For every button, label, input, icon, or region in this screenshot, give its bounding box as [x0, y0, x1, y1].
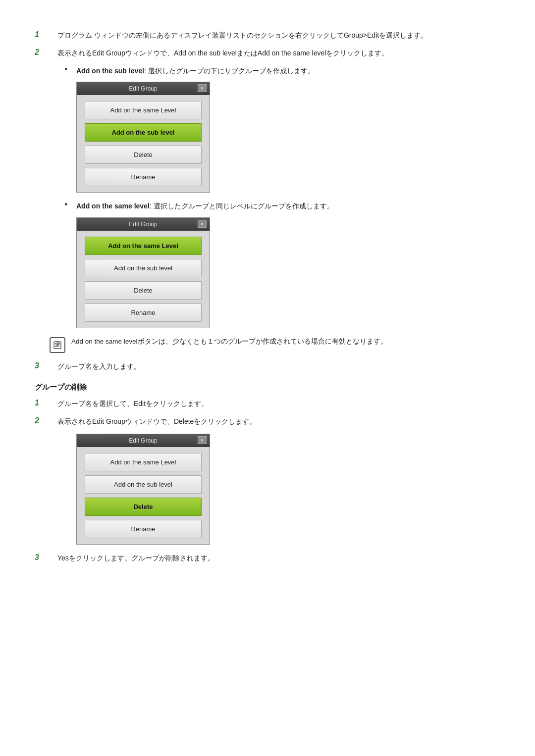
- add-same-level-btn-3[interactable]: Add on the same Level: [85, 453, 202, 471]
- dialog-box-1: Edit Group × Add on the same Level Add o…: [76, 82, 210, 193]
- dialog-title-3: Edit Group: [129, 437, 157, 444]
- dialog-close-btn-3[interactable]: ×: [198, 436, 207, 444]
- note-icon: [50, 337, 65, 353]
- dialog-titlebar-1: Edit Group ×: [77, 82, 210, 95]
- dialog-titlebar-3: Edit Group ×: [77, 434, 210, 447]
- bullet-dot-2: •: [64, 200, 76, 210]
- bullet-block-2: • Add on the same level: 選択したグループと同じレベルに…: [64, 201, 481, 328]
- step-1-text: プログラム ウィンドウの左側にあるディスプレイ装置リストのセクションを右クリック…: [57, 30, 481, 42]
- dialog-box-2: Edit Group × Add on the same Level Add o…: [76, 217, 210, 328]
- page-content: 1 プログラム ウィンドウの左側にあるディスプレイ装置リストのセクションを右クリ…: [35, 30, 481, 564]
- step-2: 2 表示されるEdit Groupウィンドウで、Add on the sub l…: [35, 48, 481, 59]
- dialog-titlebar-2: Edit Group ×: [77, 218, 210, 231]
- del-step-2-text: 表示されるEdit Groupウィンドウで、Deleteをクリックします。: [57, 416, 481, 428]
- dialog-title-1: Edit Group: [129, 85, 157, 92]
- note-text: Add on the same levelボタンは、少なくとも１つのグループが作…: [71, 336, 387, 348]
- del-step-3: 3 Yesをクリックします。グループが削除されます。: [35, 553, 481, 564]
- dialog-wrapper-1: Edit Group × Add on the same Level Add o…: [76, 82, 481, 193]
- step-3-text: グループ名を入力します。: [57, 361, 481, 373]
- dialog-box-3: Edit Group × Add on the same Level Add o…: [76, 434, 210, 545]
- delete-btn-3[interactable]: Delete: [85, 498, 202, 516]
- step-number-1: 1: [35, 30, 54, 39]
- dialog-body-2: Add on the same Level Add on the sub lev…: [77, 231, 210, 328]
- section-heading: グループの削除: [35, 383, 481, 392]
- bullet-item-2: • Add on the same level: 選択したグループと同じレベルに…: [64, 201, 481, 212]
- del-step-number-2: 2: [35, 416, 54, 425]
- del-step-1: 1 グループ名を選択して、Editをクリックします。: [35, 398, 481, 410]
- bullet-1-colon: : 選択したグループの下にサブグループを作成します。: [144, 67, 315, 75]
- del-step-1-text: グループ名を選択して、Editをクリックします。: [57, 398, 481, 410]
- delete-btn-1[interactable]: Delete: [85, 146, 202, 164]
- rename-btn-3[interactable]: Rename: [85, 520, 202, 538]
- dialog-wrapper-3: Edit Group × Add on the same Level Add o…: [76, 434, 481, 545]
- dialog-close-btn-1[interactable]: ×: [198, 84, 207, 92]
- bullet-1-text: Add on the sub level: 選択したグループの下にサブグループを…: [76, 65, 481, 77]
- add-same-level-btn-2[interactable]: Add on the same Level: [85, 237, 202, 255]
- rename-btn-1[interactable]: Rename: [85, 168, 202, 186]
- del-step-2: 2 表示されるEdit Groupウィンドウで、Deleteをクリックします。: [35, 416, 481, 428]
- step-3: 3 グループ名を入力します。: [35, 361, 481, 373]
- dialog-body-1: Add on the same Level Add on the sub lev…: [77, 95, 210, 192]
- del-step-3-text: Yesをクリックします。グループが削除されます。: [57, 553, 481, 564]
- add-sub-level-btn-1[interactable]: Add on the sub level: [85, 123, 202, 142]
- bullet-1-label: Add on the sub level: [76, 67, 144, 75]
- add-sub-level-btn-2[interactable]: Add on the sub level: [85, 259, 202, 277]
- bullet-block-1: • Add on the sub level: 選択したグループの下にサブグルー…: [64, 65, 481, 193]
- bullet-item-1: • Add on the sub level: 選択したグループの下にサブグルー…: [64, 65, 481, 77]
- step-number-3: 3: [35, 361, 54, 370]
- bullet-2-colon: : 選択したグループと同じレベルにグループを作成します。: [150, 202, 334, 210]
- step-number-2: 2: [35, 48, 54, 57]
- del-step-number-1: 1: [35, 399, 54, 407]
- dialog-close-btn-2[interactable]: ×: [198, 220, 207, 228]
- delete-btn-2[interactable]: Delete: [85, 281, 202, 300]
- bullet-dot-1: •: [64, 64, 76, 75]
- dialog-body-3: Add on the same Level Add on the sub lev…: [77, 447, 210, 544]
- svg-line-1: [55, 343, 58, 344]
- add-sub-level-btn-3[interactable]: Add on the sub level: [85, 475, 202, 494]
- bullet-2-text: Add on the same level: 選択したグループと同じレベルにグル…: [76, 201, 481, 212]
- step-2-text: 表示されるEdit Groupウィンドウで、Add on the sub lev…: [57, 48, 481, 59]
- dialog-title-2: Edit Group: [129, 221, 157, 228]
- note-block: Add on the same levelボタンは、少なくとも１つのグループが作…: [50, 336, 481, 353]
- del-step-number-3: 3: [35, 553, 54, 562]
- step-1: 1 プログラム ウィンドウの左側にあるディスプレイ装置リストのセクションを右クリ…: [35, 30, 481, 42]
- rename-btn-2[interactable]: Rename: [85, 303, 202, 322]
- dialog-wrapper-2: Edit Group × Add on the same Level Add o…: [76, 217, 481, 328]
- bullet-2-label: Add on the same level: [76, 202, 150, 210]
- dialog-wrapper-3-outer: Edit Group × Add on the same Level Add o…: [64, 434, 481, 545]
- add-same-level-btn-1[interactable]: Add on the same Level: [85, 101, 202, 119]
